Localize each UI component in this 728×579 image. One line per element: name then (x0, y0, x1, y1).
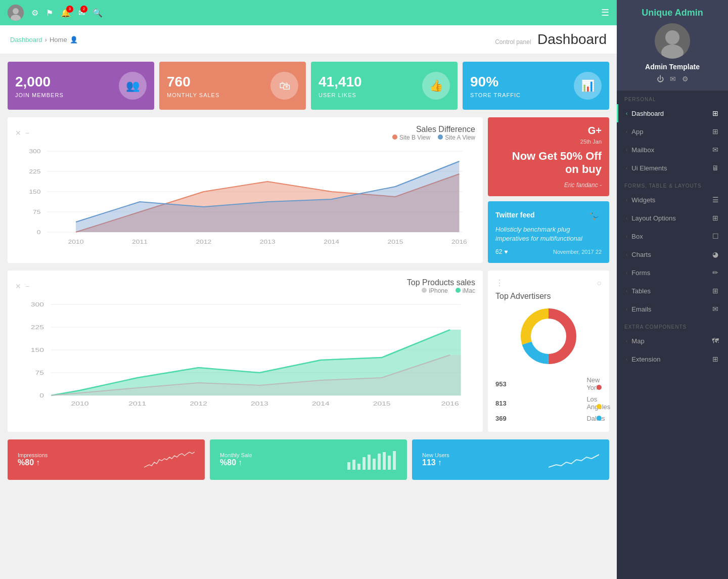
sidebar-item-label: Tables (631, 287, 651, 295)
sales-icon: 🛍 (270, 72, 298, 100)
sidebar-item-extension[interactable]: ‹ Extension ⊞ (617, 350, 728, 368)
svg-point-47 (532, 320, 565, 352)
svg-rect-56 (388, 456, 391, 470)
menu-button[interactable]: ☰ (601, 7, 609, 18)
search-nav-icon[interactable]: 🔍 (93, 8, 103, 18)
sidebar-item-label: App (631, 128, 643, 136)
power-icon[interactable]: ⏻ (657, 75, 664, 83)
svg-rect-53 (373, 459, 376, 470)
sales-chart-header: ✕ − Sales Difference Site B View Site A … (15, 125, 475, 141)
content-area: 2,000 JOIN MEMBERS 👥 760 MONTHLY SALES 🛍… (0, 54, 617, 579)
newyork-dot (597, 385, 602, 390)
sidebar-item-left: ‹ Forms (626, 269, 650, 277)
breadcrumb-bar: Dashboard › Home 👤 Control panel Dashboa… (0, 25, 617, 54)
stat-card-members-text: 2,000 JOIN MEMBERS (15, 74, 64, 98)
sales-chart-legend: Site B View Site A View (392, 134, 475, 141)
sidebar-arrow-left: ‹ (626, 111, 627, 116)
donut-chart-svg (518, 306, 579, 367)
svg-rect-55 (383, 452, 386, 470)
sidebar-arrow-left: ‹ (626, 338, 627, 344)
sales-chart-title: Sales Difference (416, 125, 475, 134)
user-avatar[interactable] (8, 5, 24, 21)
sidebar-item-dashboard[interactable]: ‹ Dashboard ⊞ (617, 104, 728, 122)
page-subtitle: Control panel (495, 38, 531, 46)
page-title-area: Control panel Dashboard (495, 31, 607, 48)
stat-card-likes-text: 41,410 USER LIKES (318, 74, 362, 98)
adv-menu-icon[interactable]: ⋮ (495, 278, 504, 288)
twitter-like-count: 62 (495, 248, 502, 255)
sidebar-item-emails[interactable]: ‹ Emails ✉ (617, 300, 728, 318)
sidebar-item-box[interactable]: ‹ Box ☐ (617, 227, 728, 245)
bell-nav-icon[interactable]: 🔔3 (61, 8, 71, 18)
svg-rect-52 (368, 455, 371, 470)
minimize-prod-btn[interactable]: − (25, 282, 29, 290)
svg-text:2010: 2010 (68, 239, 84, 245)
top-products-legend: iPhone iMac (422, 287, 475, 294)
svg-text:0: 0 (37, 229, 41, 235)
adv-dallas-city: Dallas (583, 415, 602, 422)
adv-la-city: Los Angeles (583, 395, 602, 411)
breadcrumb-dashboard[interactable]: Dashboard (10, 36, 42, 43)
gplus-header: G+ (495, 125, 602, 137)
sidebar-item-label: Emails (631, 305, 651, 313)
second-row: ✕ − Top Products sales iPhone iMac (8, 271, 609, 432)
sidebar-item-label: Dashboard (631, 110, 664, 117)
sidebar-item-label: Mailbox (631, 146, 654, 154)
sidebar-item-label: Layout Options (631, 214, 675, 222)
sidebar-item-label: Extension (631, 355, 660, 363)
svg-text:2010: 2010 (71, 400, 89, 407)
adv-item-dallas: 369 Dallas (495, 413, 602, 424)
sidebar-arrow-left: ‹ (626, 129, 627, 135)
chart-controls: ✕ − (15, 129, 29, 137)
sidebar-item-label: Forms (631, 269, 650, 277)
svg-rect-54 (378, 454, 381, 470)
members-label: JOIN MEMBERS (15, 92, 64, 98)
sidebar-item-tables[interactable]: ‹ Tables ⊞ (617, 282, 728, 300)
sidebar-item-map[interactable]: ‹ Map 🗺 (617, 332, 728, 350)
close-chart-btn[interactable]: ✕ (15, 129, 21, 137)
svg-text:150: 150 (31, 347, 44, 353)
promo-date: 25th Jan (495, 139, 602, 145)
sidebar-item-app[interactable]: ‹ App ⊞ (617, 122, 728, 141)
close-prod-btn[interactable]: ✕ (15, 282, 21, 290)
settings-nav-icon[interactable]: ⚙ (31, 8, 38, 18)
svg-text:2012: 2012 (196, 239, 211, 245)
sidebar-arrow-left: ‹ (626, 306, 627, 312)
email-nav-icon[interactable]: ✉2 (78, 8, 85, 18)
top-products-header: ✕ − Top Products sales iPhone iMac (15, 278, 475, 294)
legend-site-a: Site A View (438, 134, 475, 141)
sidebar-item-icon: ✉ (710, 146, 720, 154)
sidebar-item-left: ‹ Dashboard (626, 110, 664, 117)
svg-rect-57 (393, 451, 396, 470)
twitter-text: Holisticly benchmark plug imperatives fo… (495, 225, 602, 243)
sidebar-item-widgets[interactable]: ‹ Widgets ☰ (617, 191, 728, 209)
monthly-text: Monthly Sale %80 ↑ (220, 452, 252, 467)
page-title: Dashboard (537, 31, 607, 47)
bottom-card-impressions: Impressions %80 ↑ (8, 439, 205, 480)
sidebar-item-forms[interactable]: ‹ Forms ✏ (617, 263, 728, 282)
sidebar-arrow-left: ‹ (626, 197, 627, 203)
sidebar-arrow-left: ‹ (626, 270, 627, 276)
sidebar-section-label: EXTRA COMPONENTS (617, 318, 728, 332)
sidebar-item-ui-elements[interactable]: ‹ Ui Elements 🖥 (617, 159, 728, 177)
settings-icon[interactable]: ⚙ (682, 75, 689, 83)
sidebar-item-layout-options[interactable]: ‹ Layout Options ⊞ (617, 209, 728, 227)
brand-name: Unique Admin (624, 8, 720, 18)
mail-icon[interactable]: ✉ (670, 75, 676, 83)
svg-rect-51 (362, 457, 366, 470)
email-badge: 2 (80, 6, 87, 13)
minimize-chart-btn[interactable]: − (25, 129, 29, 137)
svg-text:2011: 2011 (128, 400, 146, 407)
sidebar-section-label: PERSONAL (617, 91, 728, 104)
adv-refresh-icon[interactable]: ○ (597, 279, 602, 288)
likes-number: 41,410 (318, 74, 362, 90)
svg-text:225: 225 (29, 168, 40, 174)
sidebar-item-left: ‹ Mailbox (626, 146, 654, 154)
sidebar-item-mailbox[interactable]: ‹ Mailbox ✉ (617, 141, 728, 159)
sidebar-item-icon: ⊞ (710, 109, 720, 117)
monthly-value: %80 ↑ (220, 458, 252, 467)
flag-nav-icon[interactable]: ⚑ (46, 8, 53, 18)
sidebar-item-charts[interactable]: ‹ Charts ◕ (617, 245, 728, 263)
breadcrumb: Dashboard › Home 👤 (10, 36, 78, 43)
impressions-text: Impressions %80 ↑ (18, 452, 48, 467)
